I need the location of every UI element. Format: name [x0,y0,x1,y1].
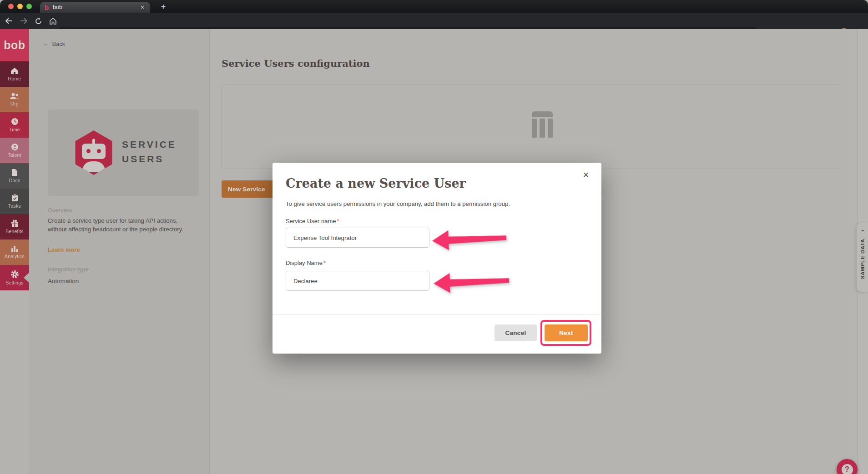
sidebar: bob Home Org Time Talent Docs Tasks Bene… [0,29,29,474]
annotation-arrow-display-name [433,269,510,295]
sidebar-item-benefits[interactable]: Benefits [0,214,29,239]
cancel-button[interactable]: Cancel [495,324,537,341]
back-arrow-icon: ← [43,41,49,47]
sidebar-item-label: Talent [8,152,21,158]
sidebar-item-label: Tasks [8,203,21,209]
gear-icon [10,270,19,279]
sidebar-item-label: Benefits [5,229,24,234]
sidebar-item-label: Org [10,101,19,106]
required-asterisk: * [337,218,339,225]
service-users-empty-panel [222,85,841,169]
integration-type-label: Integration type [48,266,89,273]
annotation-arrow-service-user-name [432,226,508,252]
service-users-hexagon-logo [74,130,114,175]
modal-description: To give service users permissions in you… [286,200,510,207]
sidebar-item-settings[interactable]: Settings [0,265,29,290]
browser-toolbar: app.hibob.com/settings/integrations/serv… [0,13,868,29]
back-button[interactable]: ← Back [43,41,65,47]
clock-icon [11,118,19,125]
new-tab-button[interactable]: + [157,2,169,13]
sidebar-item-org[interactable]: Org [0,87,29,112]
people-icon [10,93,20,100]
bob-favicon: b [45,4,53,11]
sidebar-item-tasks[interactable]: Tasks [0,189,29,214]
display-name-label: Display Name* [286,259,326,266]
question-mark-icon: ? [842,464,853,474]
browser-tab[interactable]: b bob × [40,2,150,13]
macos-close-button[interactable] [8,4,14,9]
page-title: Service Users configuration [222,58,370,69]
tab-close-icon[interactable]: × [139,4,146,11]
bar-chart-icon [11,245,18,252]
gift-icon [11,220,19,227]
display-name-input[interactable] [286,271,429,291]
home-navigation-icon[interactable] [45,17,60,25]
overview-text: Create a service type user for taking AP… [48,217,198,234]
reload-icon[interactable] [31,17,45,25]
integration-type-value: Automation [48,278,79,284]
sidebar-item-label: Time [9,127,20,132]
forward-navigation-icon[interactable] [16,17,31,25]
sidebar-item-docs[interactable]: Docs [0,163,29,189]
back-navigation-icon[interactable] [2,17,16,25]
trash-icon [532,111,553,138]
sidebar-item-analytics[interactable]: Analytics [0,239,29,265]
service-user-name-input[interactable] [286,228,429,248]
tab-title: bob [53,4,139,10]
browser-tabstrip: b bob × + [0,0,868,13]
overview-label: Overview [48,207,72,214]
service-user-name-label: Service User name* [286,218,339,225]
sidebar-item-label: Home [8,76,21,81]
sample-data-label: SAMPLE DATA [860,239,865,279]
service-users-logo-card: SERVICE USERS [48,110,199,196]
sidebar-item-label: Docs [9,178,20,183]
learn-more-link[interactable]: Learn more [48,246,80,253]
robot-body [82,161,105,172]
sidebar-item-label: Analytics [5,254,25,259]
sample-data-tab[interactable]: ‹ SAMPLE DATA [857,223,868,292]
robot-head-icon [82,144,106,159]
macos-zoom-button[interactable] [26,4,32,9]
required-asterisk: * [323,259,326,266]
clipboard-check-icon [11,194,18,202]
sidebar-item-label: Settings [5,280,24,285]
modal-title: Create a new Service User [286,176,466,190]
person-badge-icon [11,143,19,151]
chevron-left-icon: ‹ [859,230,866,231]
bob-logo[interactable]: bob [0,29,29,61]
macos-minimize-button[interactable] [17,4,23,9]
sidebar-item-time[interactable]: Time [0,112,29,138]
service-users-wordmark: SERVICE USERS [122,137,177,166]
document-icon [11,169,18,176]
active-item-notch [24,273,29,283]
sidebar-item-talent[interactable]: Talent [0,138,29,163]
next-button[interactable]: Next [545,324,588,341]
modal-close-icon[interactable]: × [580,169,591,181]
modal-footer-divider [273,314,601,315]
sidebar-item-home[interactable]: Home [0,61,29,87]
create-service-user-modal: × Create a new Service User To give serv… [273,163,601,354]
home-icon [10,67,19,75]
